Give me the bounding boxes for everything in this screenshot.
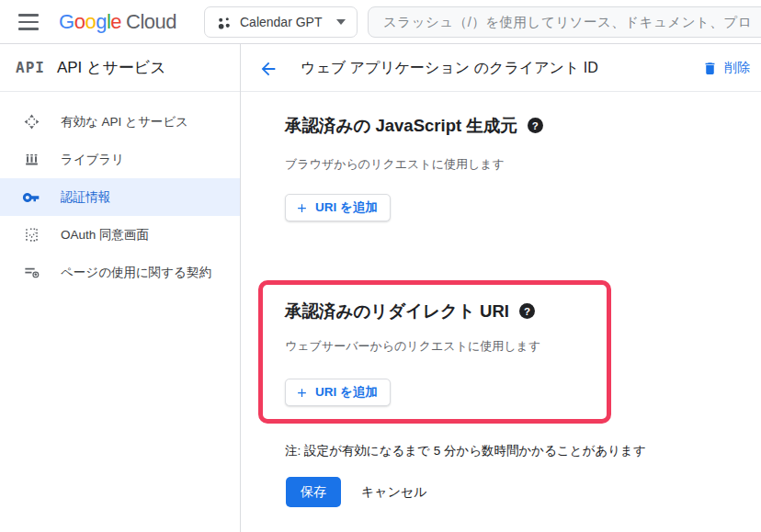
plus-icon	[295, 201, 309, 215]
help-icon[interactable]: ?	[519, 303, 535, 319]
page-title: ウェブ アプリケーション のクライアント ID	[301, 44, 598, 92]
chevron-down-icon	[336, 19, 346, 25]
trash-icon	[702, 60, 718, 77]
back-arrow-icon[interactable]	[256, 57, 280, 81]
library-icon	[22, 151, 40, 169]
sidebar-nav: 有効な API とサービス ライブラリ	[0, 92, 240, 291]
redirect-uris-title-text: 承認済みのリダイレクト URI	[285, 300, 509, 323]
sidebar-item-label: OAuth 同意画面	[61, 227, 149, 243]
sidebar-title: API とサービス	[57, 57, 166, 78]
sidebar-item-library[interactable]: ライブラリ	[0, 141, 240, 178]
save-button[interactable]: 保存	[286, 477, 341, 507]
settings-propagation-note: 注: 設定が有効になるまで 5 分から数時間かかることがあります	[285, 443, 646, 459]
add-uri-button-js-origins[interactable]: URI を追加	[285, 194, 391, 221]
redirect-uris-title: 承認済みのリダイレクト URI ?	[285, 300, 535, 323]
sidebar-item-label: 認証情報	[61, 189, 110, 206]
sidebar-item-label: ページの使用に関する契約	[61, 265, 211, 281]
add-uri-label: URI を追加	[315, 199, 378, 216]
search-placeholder: スラッシュ（/）を使用してリソース、ドキュメント、プロ	[383, 14, 752, 31]
key-icon	[22, 188, 40, 207]
logo-letter: G	[59, 10, 74, 34]
main-content: ウェブ アプリケーション のクライアント ID 削除 承認済みの JavaScr…	[241, 44, 761, 532]
sidebar: API API とサービス 有効な API とサービス	[0, 44, 241, 532]
google-cloud-logo: Google Cloud	[59, 0, 176, 44]
enabled-apis-icon	[22, 113, 40, 131]
main-header: ウェブ アプリケーション のクライアント ID 削除	[241, 44, 761, 92]
search-input[interactable]: スラッシュ（/）を使用してリソース、ドキュメント、プロ	[368, 6, 761, 38]
cancel-button[interactable]: キャンセル	[361, 477, 427, 507]
sidebar-item-oauth-consent[interactable]: OAuth 同意画面	[0, 216, 240, 254]
sidebar-item-credentials[interactable]: 認証情報	[0, 178, 240, 216]
sidebar-header: API API とサービス	[0, 44, 240, 92]
add-uri-button-redirect-uris[interactable]: URI を追加	[285, 379, 391, 406]
sidebar-item-label: ライブラリ	[61, 152, 124, 168]
project-selector[interactable]: Calendar GPT	[204, 6, 358, 38]
delete-button[interactable]: 削除	[699, 44, 754, 92]
project-name: Calendar GPT	[240, 15, 328, 29]
project-dots-icon	[216, 15, 232, 30]
oauth-consent-icon	[22, 226, 40, 244]
hamburger-menu-icon[interactable]	[18, 14, 39, 30]
add-uri-label: URI を追加	[315, 384, 378, 401]
js-origins-description: ブラウザからのリクエストに使用します	[285, 156, 505, 173]
delete-label: 削除	[724, 60, 750, 76]
usage-agreements-icon	[22, 264, 40, 282]
js-origins-title-text: 承認済みの JavaScript 生成元	[285, 114, 517, 137]
sidebar-item-usage-agreements[interactable]: ページの使用に関する契約	[0, 254, 240, 291]
sidebar-item-label: 有効な API とサービス	[61, 114, 188, 130]
plus-icon	[295, 386, 309, 400]
sidebar-item-enabled-apis[interactable]: 有効な API とサービス	[0, 103, 240, 141]
js-origins-title: 承認済みの JavaScript 生成元 ?	[285, 114, 543, 137]
logo-cloud-text: Cloud	[126, 10, 176, 34]
top-app-bar: Google Cloud Calendar GPT スラッシュ（/）を使用してリ…	[0, 0, 761, 44]
redirect-uris-description: ウェブサーバーからのリクエストに使用します	[285, 338, 540, 355]
api-service-icon: API	[16, 59, 45, 76]
help-icon[interactable]: ?	[528, 118, 543, 133]
